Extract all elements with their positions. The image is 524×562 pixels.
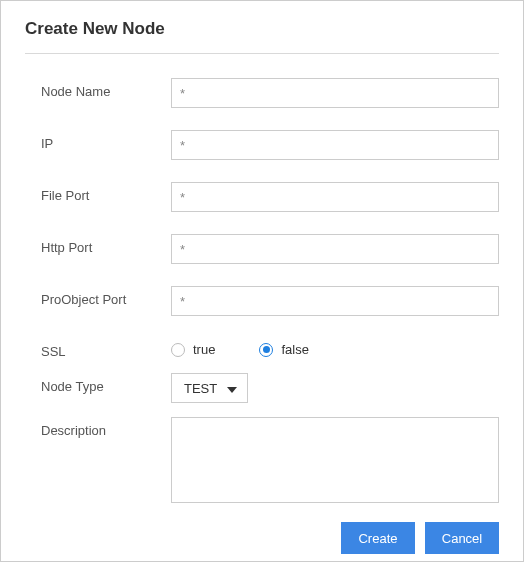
row-ssl: SSL true false bbox=[41, 338, 499, 359]
label-node-type: Node Type bbox=[41, 373, 171, 394]
create-node-dialog: Create New Node Node Name IP File Port H… bbox=[0, 0, 524, 562]
node-type-selected: TEST bbox=[184, 381, 217, 396]
ssl-radio-true[interactable]: true bbox=[171, 342, 215, 357]
label-ssl: SSL bbox=[41, 338, 171, 359]
ip-input[interactable] bbox=[171, 130, 499, 160]
row-node-name: Node Name bbox=[41, 78, 499, 108]
node-type-select[interactable]: TEST bbox=[171, 373, 248, 403]
ssl-radio-true-label: true bbox=[193, 342, 215, 357]
button-bar: Create Cancel bbox=[41, 522, 499, 554]
http-port-input[interactable] bbox=[171, 234, 499, 264]
ssl-radio-false[interactable]: false bbox=[259, 342, 308, 357]
label-description: Description bbox=[41, 417, 171, 438]
label-ip: IP bbox=[41, 130, 171, 151]
cancel-button[interactable]: Cancel bbox=[425, 522, 499, 554]
radio-icon bbox=[259, 343, 273, 357]
row-ip: IP bbox=[41, 130, 499, 160]
proobject-port-input[interactable] bbox=[171, 286, 499, 316]
radio-icon bbox=[171, 343, 185, 357]
ssl-radio-group: true false bbox=[171, 338, 499, 357]
description-textarea[interactable] bbox=[171, 417, 499, 503]
form: Node Name IP File Port Http Port ProObje bbox=[41, 78, 499, 554]
dialog-title: Create New Node bbox=[25, 19, 499, 39]
label-http-port: Http Port bbox=[41, 234, 171, 255]
row-proobject-port: ProObject Port bbox=[41, 286, 499, 316]
divider bbox=[25, 53, 499, 54]
row-node-type: Node Type TEST bbox=[41, 373, 499, 403]
label-file-port: File Port bbox=[41, 182, 171, 203]
row-http-port: Http Port bbox=[41, 234, 499, 264]
row-file-port: File Port bbox=[41, 182, 499, 212]
file-port-input[interactable] bbox=[171, 182, 499, 212]
create-button[interactable]: Create bbox=[341, 522, 415, 554]
label-node-name: Node Name bbox=[41, 78, 171, 99]
node-name-input[interactable] bbox=[171, 78, 499, 108]
label-proobject-port: ProObject Port bbox=[41, 286, 171, 307]
ssl-radio-false-label: false bbox=[281, 342, 308, 357]
row-description: Description bbox=[41, 417, 499, 506]
chevron-down-icon bbox=[227, 381, 237, 396]
